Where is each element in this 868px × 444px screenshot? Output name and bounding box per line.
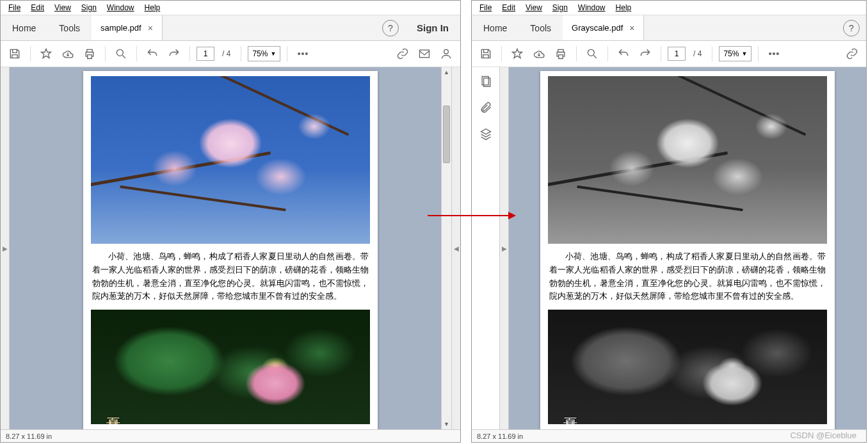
close-tab-icon[interactable]: ×	[148, 23, 153, 33]
menu-view[interactable]: View	[520, 2, 547, 13]
lotus-image-grayscale: 夏荷	[548, 310, 827, 424]
page-size-label: 8.27 x 11.69 in	[477, 432, 523, 440]
menu-file[interactable]: File	[474, 2, 497, 13]
menu-help[interactable]: Help	[611, 2, 637, 13]
save-icon[interactable]	[477, 45, 495, 63]
help-icon[interactable]: ?	[843, 20, 860, 36]
star-icon[interactable]	[508, 45, 526, 63]
svg-point-8	[773, 53, 775, 55]
right-panel-toggle[interactable]: ◀	[451, 67, 460, 429]
layers-icon[interactable]	[479, 127, 492, 142]
menu-file[interactable]: File	[3, 2, 26, 13]
undo-icon[interactable]	[143, 45, 161, 63]
document-tab-label: sample.pdf	[100, 23, 141, 33]
menu-window[interactable]: Window	[102, 2, 140, 13]
svg-point-5	[444, 49, 449, 54]
cloud-icon[interactable]	[59, 45, 77, 63]
tab-bar: Home Tools Grayscale.pdf × ?	[472, 15, 866, 41]
cherry-blossom-image-grayscale	[548, 76, 827, 244]
page-count: / 4	[689, 49, 705, 58]
thumbnails-icon[interactable]	[479, 75, 492, 90]
lotus-image: 夏荷	[91, 310, 370, 424]
print-icon[interactable]	[81, 45, 99, 63]
sign-in-button[interactable]: Sign In	[405, 15, 460, 40]
menu-sign[interactable]: Sign	[547, 2, 573, 13]
print-icon[interactable]	[552, 45, 570, 63]
document-tab-label: Grayscale.pdf	[572, 23, 623, 33]
pdf-page: 小荷、池塘、鸟鸣，蝉鸣，构成了稻香人家夏日里动人的自然画卷。带着一家人光临稻香人…	[540, 71, 835, 429]
lotus-caption: 夏荷	[104, 406, 123, 411]
paragraph-text: 小荷、池塘、鸟鸣，蝉鸣，构成了稻香人家夏日里动人的自然画卷。带着一家人光临稻香人…	[548, 249, 827, 305]
menubar: File Edit View Sign Window Help	[472, 1, 866, 15]
menu-edit[interactable]: Edit	[497, 2, 520, 13]
side-panel	[472, 67, 500, 429]
document-viewport[interactable]: 小荷、池塘、鸟鸣，蝉鸣，构成了稻香人家夏日里动人的自然画卷。带着一家人光临稻香人…	[10, 67, 451, 429]
attachments-icon[interactable]	[479, 101, 492, 116]
zoom-selector[interactable]: 75%▼	[719, 46, 751, 61]
svg-rect-4	[420, 50, 430, 58]
paragraph-text: 小荷、池塘、鸟鸣，蝉鸣，构成了稻香人家夏日里动人的自然画卷。带着一家人光临稻香人…	[91, 249, 370, 305]
arrow-head-icon	[508, 212, 516, 219]
left-panel-toggle[interactable]: ▶	[500, 67, 509, 429]
search-icon[interactable]	[583, 45, 601, 63]
toolbar: / 4 75%▼	[1, 41, 460, 67]
save-icon[interactable]	[6, 45, 24, 63]
link-icon[interactable]	[843, 45, 861, 63]
tab-home[interactable]: Home	[1, 15, 47, 40]
cloud-icon[interactable]	[530, 45, 548, 63]
more-icon[interactable]	[765, 45, 783, 63]
svg-point-0	[117, 49, 123, 56]
redo-icon[interactable]	[636, 45, 654, 63]
page-size-label: 8.27 x 11.69 in	[6, 432, 52, 440]
search-icon[interactable]	[112, 45, 130, 63]
svg-point-7	[769, 53, 771, 55]
svg-point-2	[302, 53, 304, 55]
vertical-scrollbar[interactable]: ▲ ▼	[441, 67, 451, 429]
help-icon[interactable]: ?	[382, 20, 399, 36]
scroll-up-icon[interactable]: ▲	[442, 67, 451, 77]
star-icon[interactable]	[37, 45, 55, 63]
left-panel-toggle[interactable]: ▶	[1, 67, 10, 429]
svg-point-9	[777, 53, 779, 55]
menubar: File Edit View Sign Window Help	[1, 1, 460, 15]
status-bar: 8.27 x 11.69 in	[1, 429, 460, 442]
svg-point-1	[298, 53, 300, 55]
document-viewport[interactable]: 小荷、池塘、鸟鸣，蝉鸣，构成了稻香人家夏日里动人的自然画卷。带着一家人光临稻香人…	[509, 67, 866, 429]
scroll-down-icon[interactable]: ▼	[442, 419, 451, 429]
tab-tools[interactable]: Tools	[518, 15, 563, 40]
more-icon[interactable]	[294, 45, 312, 63]
redo-icon[interactable]	[165, 45, 183, 63]
watermark-text: CSDN @Eiceblue	[790, 431, 856, 440]
menu-window[interactable]: Window	[573, 2, 611, 13]
toolbar: / 4 75%▼	[472, 41, 866, 67]
page-count: / 4	[218, 49, 234, 58]
zoom-selector[interactable]: 75%▼	[248, 46, 280, 61]
page-number-input[interactable]	[668, 47, 686, 61]
menu-sign[interactable]: Sign	[76, 2, 102, 13]
undo-icon[interactable]	[615, 45, 632, 63]
tab-tools[interactable]: Tools	[47, 15, 92, 40]
document-tab[interactable]: Grayscale.pdf ×	[563, 15, 644, 40]
arrow-line	[428, 215, 508, 216]
menu-view[interactable]: View	[49, 2, 76, 13]
link-icon[interactable]	[394, 45, 412, 63]
page-number-input[interactable]	[197, 47, 214, 61]
mail-icon[interactable]	[415, 45, 433, 63]
menu-help[interactable]: Help	[140, 2, 166, 13]
document-tab[interactable]: sample.pdf ×	[92, 15, 163, 40]
pdf-page: 小荷、池塘、鸟鸣，蝉鸣，构成了稻香人家夏日里动人的自然画卷。带着一家人光临稻香人…	[83, 71, 378, 429]
scroll-thumb[interactable]	[443, 106, 450, 163]
svg-point-3	[306, 53, 308, 55]
svg-point-6	[588, 49, 594, 56]
tab-home[interactable]: Home	[472, 15, 518, 40]
close-tab-icon[interactable]: ×	[629, 23, 634, 33]
tab-bar: Home Tools sample.pdf × ? Sign In	[1, 15, 460, 41]
lotus-caption: 夏荷	[561, 406, 580, 411]
profile-icon[interactable]	[437, 45, 455, 63]
cherry-blossom-image	[91, 76, 370, 244]
menu-edit[interactable]: Edit	[26, 2, 49, 13]
